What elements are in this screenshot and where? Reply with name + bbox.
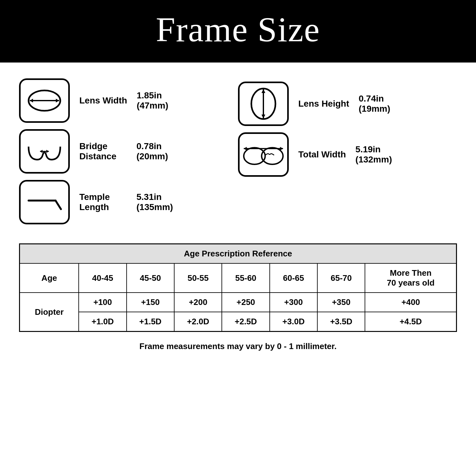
diopter-row1-col6: +350 (317, 293, 365, 312)
total-width-row: Total Width 5.19in(132mm) (238, 132, 457, 177)
lens-width-label: Lens Width (79, 96, 127, 106)
temple-length-icon-box (19, 180, 70, 224)
svg-marker-11 (261, 89, 265, 93)
temple-length-value: 5.31in(135mm) (136, 192, 173, 212)
specs-section: Lens Width 1.85in(47mm) BridgeDistance 0… (0, 63, 476, 237)
diopter-row1-col5: +300 (270, 293, 317, 312)
diopter-row2-col5: +3.0D (270, 312, 317, 332)
temple-length-row: TempleLength 5.31in(135mm) (19, 180, 238, 224)
total-width-icon-box (238, 132, 289, 177)
diopter-row1-col2: +150 (127, 293, 174, 312)
bridge-distance-icon (25, 136, 63, 167)
lens-height-icon-box (238, 82, 289, 126)
lens-height-label: Lens Height (298, 99, 349, 109)
table-title: Age Prescription Reference (20, 244, 457, 264)
svg-marker-17 (280, 147, 283, 150)
table-section: Age Prescription Reference Age 40-45 45-… (0, 237, 476, 361)
col-header-70plus: More Then70 years old (365, 263, 456, 293)
diopter-row1-col3: +200 (174, 293, 222, 312)
lens-width-row: Lens Width 1.85in(47mm) (19, 78, 238, 123)
bridge-distance-value: 0.78in(20mm) (136, 141, 168, 162)
diopter-row2-col3: +2.0D (174, 312, 222, 332)
diopter-row2-col4: +2.5D (222, 312, 269, 332)
col-header-45-50: 45-50 (127, 263, 174, 293)
prescription-table: Age Prescription Reference Age 40-45 45-… (19, 243, 457, 332)
lens-width-value: 1.85in(47mm) (137, 90, 169, 111)
header: Frame Size (0, 0, 476, 63)
svg-marker-5 (40, 150, 43, 153)
diopter-row2-col2: +1.5D (127, 312, 174, 332)
diopter-row2-col7: +4.5D (365, 312, 456, 332)
bridge-distance-row: BridgeDistance 0.78in(20mm) (19, 129, 238, 174)
footer-note: Frame measurements may vary by 0 - 1 mil… (19, 332, 457, 351)
total-width-value: 5.19in(132mm) (355, 144, 392, 165)
bridge-distance-icon-box (19, 129, 70, 174)
diopter-row1-col1: +100 (79, 293, 126, 312)
total-width-icon (240, 136, 287, 174)
col-header-60-65: 60-65 (270, 263, 317, 293)
page-title: Frame Size (0, 10, 476, 50)
col-header-age: Age (20, 263, 79, 293)
temple-length-icon (25, 186, 63, 218)
right-specs: Lens Height 0.74in(19mm) Total Width (238, 78, 457, 224)
col-header-65-70: 65-70 (317, 263, 365, 293)
diopter-row2-col1: +1.0D (79, 312, 126, 332)
svg-marker-12 (261, 115, 265, 118)
diopter-row1-col7: +400 (365, 293, 456, 312)
svg-line-8 (56, 201, 61, 209)
diopter-row1-col4: +250 (222, 293, 269, 312)
temple-length-label: TempleLength (79, 192, 127, 212)
lens-width-icon (25, 85, 63, 116)
diopter-row-label: Diopter (20, 293, 79, 332)
col-header-55-60: 55-60 (222, 263, 269, 293)
left-specs: Lens Width 1.85in(47mm) BridgeDistance 0… (19, 78, 238, 224)
col-header-50-55: 50-55 (174, 263, 222, 293)
svg-marker-2 (30, 99, 33, 102)
svg-marker-3 (56, 99, 59, 102)
bridge-distance-label: BridgeDistance (79, 141, 127, 162)
col-header-40-45: 40-45 (79, 263, 126, 293)
svg-marker-6 (46, 150, 49, 153)
total-width-label: Total Width (298, 149, 346, 160)
diopter-row2-col6: +3.5D (317, 312, 365, 332)
lens-height-icon (243, 85, 284, 123)
svg-marker-16 (244, 147, 247, 150)
lens-height-row: Lens Height 0.74in(19mm) (238, 82, 457, 126)
lens-height-value: 0.74in(19mm) (359, 94, 390, 114)
lens-width-icon-box (19, 78, 70, 123)
